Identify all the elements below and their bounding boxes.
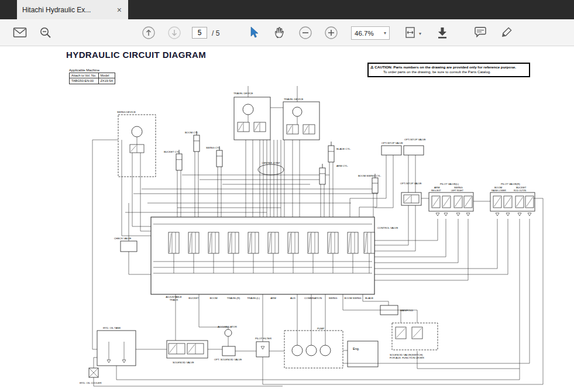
diagram-label: TRAVEL(R) (227, 297, 240, 300)
zoom-out-icon (298, 26, 312, 40)
pump-motor-symbol (132, 126, 142, 137)
port-symbol (496, 213, 499, 216)
diagram-line (417, 351, 520, 369)
diagram-label: ACCUMULATOR (218, 325, 237, 328)
zoom-out-button[interactable] (296, 23, 315, 42)
pump-motor-symbol (292, 345, 303, 356)
applicable-machine-table: Applicable Machine Attach to Vol. No. Mo… (69, 68, 115, 84)
cylinder-symbol (372, 178, 378, 193)
diagram-label: SWING (454, 186, 463, 189)
diagram-label: CENTER JOINT (262, 161, 280, 164)
diagram-line (94, 377, 283, 386)
download-icon (435, 26, 449, 40)
diagram-label: CONTROL VALVE (377, 226, 398, 229)
tab-close-icon[interactable]: × (116, 6, 123, 14)
fit-width-icon (404, 26, 418, 40)
diagram-label: BOOM CYL. (185, 131, 199, 134)
diagram-box (97, 331, 136, 366)
diagram-label: TRAVEL DEVICE (284, 98, 304, 101)
hand-tool-button[interactable] (270, 23, 289, 42)
diagram-label: SOLENOID VALVE (173, 361, 194, 364)
caution-line1: CAUTION: Parts numbers on the drawing ar… (374, 65, 516, 69)
diagram-line (122, 140, 151, 236)
page-down-icon (167, 26, 181, 40)
valve-symbol (268, 232, 279, 253)
diagram-label: TRAVEL(L) (247, 297, 260, 300)
page-count-label: / 5 (212, 29, 219, 37)
diagram-line (374, 219, 438, 240)
diagram-label: BLADE CYL. (336, 147, 351, 150)
zoom-level-dropdown[interactable]: 46.7% ▾ (351, 26, 390, 40)
diagram-label: REG./EXT (431, 190, 442, 192)
cylinder-symbol (194, 135, 200, 152)
diagram-label: ARM CYL. (336, 164, 348, 167)
page-number-input[interactable] (192, 27, 207, 39)
pump-motor-symbol (243, 104, 253, 115)
page-up-icon (142, 26, 156, 40)
page-title: HYDRAULIC CIRCUIT DIAGRAM (66, 50, 206, 60)
pump-motor-symbol (306, 345, 317, 356)
diagram-label: PILOT VALVE(R) (501, 183, 520, 185)
document-area[interactable]: SWING DEVICETRAVEL DEVICETRAVEL DEVICEBO… (0, 46, 574, 391)
diagram-label: OPT./STOP VALVE (381, 142, 403, 145)
fit-width-button[interactable] (401, 23, 420, 42)
diagram-box (348, 341, 378, 367)
diagram-line (140, 153, 151, 231)
select-tool-icon (247, 26, 261, 40)
diagram-label: BOOM (494, 186, 503, 189)
zoom-level-value: 46.7% (355, 30, 374, 37)
comment-button[interactable] (471, 23, 490, 42)
cylinder-symbol (216, 150, 222, 167)
diagram-line (94, 357, 97, 368)
download-button[interactable] (433, 23, 452, 42)
diagram-label: OPT./STOP VALVE (400, 182, 422, 185)
diagram-label: SWING DEVICE (117, 111, 136, 114)
diagram-line (374, 205, 408, 245)
diagram-box (234, 97, 270, 140)
diagram-label: MANIFOLD (400, 309, 413, 312)
port-symbol (444, 213, 448, 216)
diagram-label: BUCKET (516, 186, 527, 189)
port-symbol (436, 213, 439, 216)
zoom-search-icon (39, 26, 52, 39)
document-tab[interactable]: Hitachi Hydraulic Ex... × (17, 0, 128, 19)
machine-table-col2-header: Model (98, 73, 115, 78)
zoom-in-button[interactable] (322, 23, 341, 42)
diagram-label: TRAVEL DEVICE (233, 92, 253, 95)
valve-symbol (169, 232, 179, 253)
tab-title: Hitachi Hydraulic Ex... (22, 6, 91, 14)
pump-motor-symbol (225, 329, 232, 336)
diagram-label: PUMP (317, 327, 325, 330)
diagram-box (121, 241, 137, 252)
diagram-label: OPT. SOLENOID VALVE (214, 358, 242, 361)
marquee-zoom-button[interactable] (36, 23, 55, 42)
diagram-label: ARM (270, 297, 276, 300)
diagram-label: BUCKET CYL. (164, 150, 180, 153)
zoom-in-icon (324, 26, 338, 40)
valve-symbol (288, 232, 298, 253)
diagram-label: BOOM SWING (345, 297, 362, 300)
diagram-label: HYD. OIL COOLER (80, 381, 102, 384)
diagram-label: CHECK VALVE (114, 237, 132, 240)
cylinder-symbol (328, 146, 334, 162)
previous-page-button[interactable] (139, 23, 158, 42)
diagram-label: BOOM SWING CYL. (358, 174, 381, 177)
cylinder-symbol (319, 168, 325, 184)
diagram-label: TRACK (170, 298, 178, 301)
email-button[interactable] (11, 23, 29, 42)
machine-table-col1-header: Attach to Vol. No. (70, 73, 99, 78)
pump-motor-symbol (293, 107, 302, 116)
highlight-pen-button[interactable] (497, 23, 516, 42)
select-tool-button[interactable] (245, 23, 263, 42)
diagram-line (129, 252, 151, 274)
port-symbol (261, 346, 264, 349)
next-page-button[interactable] (165, 23, 184, 42)
warning-icon: ⚠ (370, 65, 374, 69)
diagram-line (363, 294, 389, 305)
caution-line2: To order parts on the drawing, be sure t… (370, 70, 527, 74)
port-symbol (122, 360, 126, 363)
hydraulic-circuit-diagram: SWING DEVICETRAVEL DEVICETRAVEL DEVICEBO… (0, 46, 574, 391)
diagram-label: BOOM (209, 297, 218, 300)
port-symbol (518, 213, 521, 216)
diagram-line (92, 140, 118, 349)
